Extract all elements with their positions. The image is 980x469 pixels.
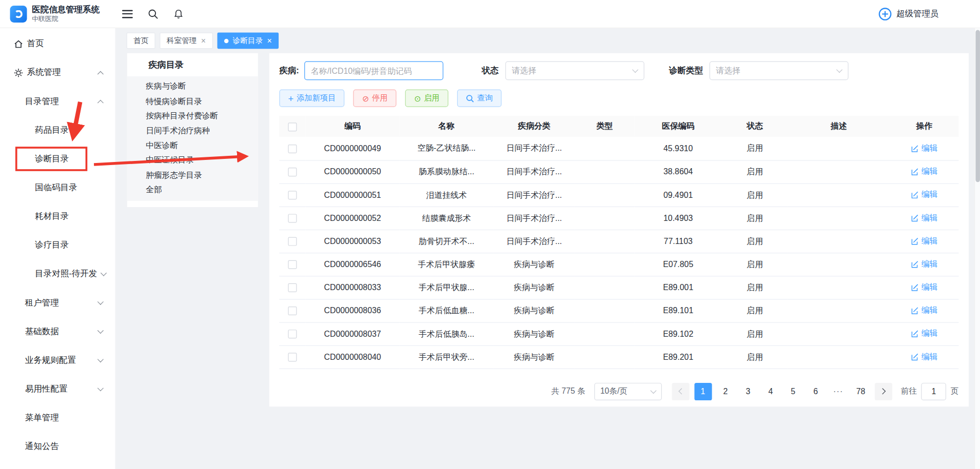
edit-button[interactable]: 编辑 bbox=[911, 281, 937, 293]
page-size-select[interactable]: 10条/页 bbox=[594, 382, 662, 400]
page-button-78[interactable]: 78 bbox=[852, 382, 869, 400]
page-button-3[interactable]: 3 bbox=[739, 382, 757, 400]
next-page-button[interactable] bbox=[874, 382, 892, 400]
edit-button[interactable]: 编辑 bbox=[911, 351, 937, 362]
edit-button[interactable]: 编辑 bbox=[911, 235, 937, 247]
row-checkbox[interactable] bbox=[288, 168, 297, 176]
edit-label: 编辑 bbox=[922, 166, 938, 177]
close-icon[interactable]: × bbox=[267, 36, 272, 45]
sidebar-item-treatment-catalog[interactable]: 诊疗目录 bbox=[0, 231, 115, 259]
tab-department-mgmt[interactable]: 科室管理 × bbox=[160, 32, 212, 49]
sidebar-item-label: 诊断目录 bbox=[35, 153, 69, 165]
admin-name: 超级管理员 bbox=[896, 8, 938, 19]
sidebar-item-system-mgmt[interactable]: 系统管理 bbox=[0, 58, 115, 87]
diagnosis-type-select[interactable]: 请选择 bbox=[709, 62, 848, 80]
edit-icon bbox=[911, 214, 919, 222]
row-checkbox[interactable] bbox=[288, 214, 297, 223]
scrollbar-thumb[interactable] bbox=[975, 30, 980, 182]
close-icon[interactable]: × bbox=[201, 36, 206, 45]
page-button-4[interactable]: 4 bbox=[762, 382, 779, 400]
sidebar-item-base-data[interactable]: 基础数据 bbox=[0, 317, 115, 346]
cell-type bbox=[575, 207, 634, 230]
cell-insurance-code: E89.101 bbox=[634, 299, 722, 322]
main-area: 首页 科室管理 × 诊断目录 × 疾病目录 疾病与诊断特慢病诊断目录按病种目录付… bbox=[116, 28, 980, 469]
row-checkbox[interactable] bbox=[288, 237, 297, 246]
menu-collapse-button[interactable] bbox=[122, 10, 133, 18]
toolbar: + 添加新项目 ⊘ 停用 ⊙ 启用 查询 bbox=[279, 90, 958, 107]
status-select[interactable]: 请选择 bbox=[505, 62, 644, 80]
sidebar-item-home[interactable]: 首页 bbox=[0, 29, 115, 58]
sidebar-item-tenant-mgmt[interactable]: 租户管理 bbox=[0, 289, 115, 317]
edit-button[interactable]: 编辑 bbox=[911, 212, 937, 223]
category-item[interactable]: 全部 bbox=[127, 183, 258, 198]
sidebar-item-consumable-catalog[interactable]: 耗材目录 bbox=[0, 202, 115, 231]
sidebar-item-catalog-mgmt[interactable]: 目录管理 bbox=[0, 87, 115, 116]
cell-name: 肋骨切开术不... bbox=[400, 230, 494, 253]
edit-button[interactable]: 编辑 bbox=[911, 328, 937, 339]
table-row: CD0000008036手术后低血糖...疾病与诊断E89.101启用编辑 bbox=[279, 299, 958, 322]
row-checkbox[interactable] bbox=[288, 330, 297, 338]
cell-category: 疾病与诊断 bbox=[494, 345, 575, 369]
col-category: 疾病分类 bbox=[494, 116, 575, 137]
content-area: 疾病目录 疾病与诊断特慢病诊断目录按病种目录付费诊断日间手术治疗病种中医诊断中医… bbox=[116, 49, 980, 469]
cell-category: 日间手术治疗... bbox=[494, 183, 575, 207]
tab-diagnosis-catalog[interactable]: 诊断目录 × bbox=[217, 32, 279, 49]
chevron-up-icon bbox=[97, 71, 104, 77]
category-panel: 疾病目录 疾病与诊断特慢病诊断目录按病种目录付费诊断日间手术治疗病种中医诊断中医… bbox=[127, 53, 258, 207]
category-item[interactable]: 按病种目录付费诊断 bbox=[127, 109, 258, 124]
add-item-button[interactable]: + 添加新项目 bbox=[279, 90, 344, 107]
row-checkbox[interactable] bbox=[288, 307, 297, 315]
page-button-6[interactable]: 6 bbox=[807, 382, 825, 400]
category-item[interactable]: 中医证候目录 bbox=[127, 153, 258, 168]
sidebar-item-usability-config[interactable]: 易用性配置 bbox=[0, 375, 115, 403]
sidebar-item-notice[interactable]: 通知公告 bbox=[0, 432, 115, 461]
cell-category: 日间手术治疗... bbox=[494, 207, 575, 230]
cell-status: 启用 bbox=[722, 183, 788, 207]
notification-button[interactable] bbox=[173, 8, 184, 19]
sidebar-item-business-rules[interactable]: 业务规则配置 bbox=[0, 346, 115, 375]
row-checkbox[interactable] bbox=[288, 145, 297, 153]
edit-button[interactable]: 编辑 bbox=[911, 305, 937, 316]
query-button[interactable]: 查询 bbox=[457, 90, 502, 107]
sidebar-item-diagnosis-catalog[interactable]: 诊断目录 bbox=[0, 145, 115, 173]
edit-button[interactable]: 编辑 bbox=[911, 258, 937, 270]
sidebar-item-national-code-catalog[interactable]: 国临码目录 bbox=[0, 173, 115, 202]
bell-icon bbox=[173, 8, 184, 19]
enable-button[interactable]: ⊙ 启用 bbox=[405, 90, 448, 107]
category-item[interactable]: 疾病与诊断 bbox=[127, 79, 258, 94]
tab-home[interactable]: 首页 bbox=[127, 32, 155, 49]
row-checkbox[interactable] bbox=[288, 353, 297, 362]
cell-type bbox=[575, 183, 634, 207]
category-item[interactable]: 中医诊断 bbox=[127, 138, 258, 153]
sidebar-item-catalog-compare[interactable]: 目录对照-待开发 bbox=[0, 259, 115, 288]
goto-page-input[interactable] bbox=[921, 382, 946, 400]
page-button-2[interactable]: 2 bbox=[717, 382, 734, 400]
edit-button[interactable]: 编辑 bbox=[911, 166, 937, 177]
header-search-button[interactable] bbox=[148, 8, 159, 19]
pagination-ellipsis[interactable]: ··· bbox=[830, 382, 847, 400]
edit-icon bbox=[911, 260, 919, 268]
category-item[interactable]: 肿瘤形态学目录 bbox=[127, 168, 258, 183]
row-checkbox[interactable] bbox=[288, 191, 297, 200]
cell-description bbox=[788, 137, 890, 160]
scrollbar-track[interactable] bbox=[974, 28, 980, 469]
edit-button[interactable]: 编辑 bbox=[911, 189, 937, 200]
cell-name: 结膜囊成形术 bbox=[400, 207, 494, 230]
sidebar-item-menu-mgmt[interactable]: 菜单管理 bbox=[0, 403, 115, 432]
row-checkbox[interactable] bbox=[288, 283, 297, 292]
row-checkbox[interactable] bbox=[288, 260, 297, 269]
edit-button[interactable]: 编辑 bbox=[911, 142, 937, 154]
category-item[interactable]: 特慢病诊断目录 bbox=[127, 94, 258, 109]
page-button-1[interactable]: 1 bbox=[694, 382, 712, 400]
edit-label: 编辑 bbox=[922, 235, 938, 247]
disease-search-input[interactable] bbox=[304, 62, 443, 80]
cell-type bbox=[575, 253, 634, 276]
page-button-5[interactable]: 5 bbox=[785, 382, 802, 400]
sidebar-item-drug-catalog[interactable]: 药品目录 bbox=[0, 116, 115, 145]
prev-page-button[interactable] bbox=[672, 382, 689, 400]
select-all-checkbox[interactable] bbox=[288, 123, 297, 131]
disable-button[interactable]: ⊘ 停用 bbox=[354, 90, 397, 107]
category-item[interactable]: 日间手术治疗病种 bbox=[127, 124, 258, 138]
edit-label: 编辑 bbox=[922, 142, 938, 154]
user-menu[interactable]: 超级管理员 bbox=[877, 7, 938, 21]
